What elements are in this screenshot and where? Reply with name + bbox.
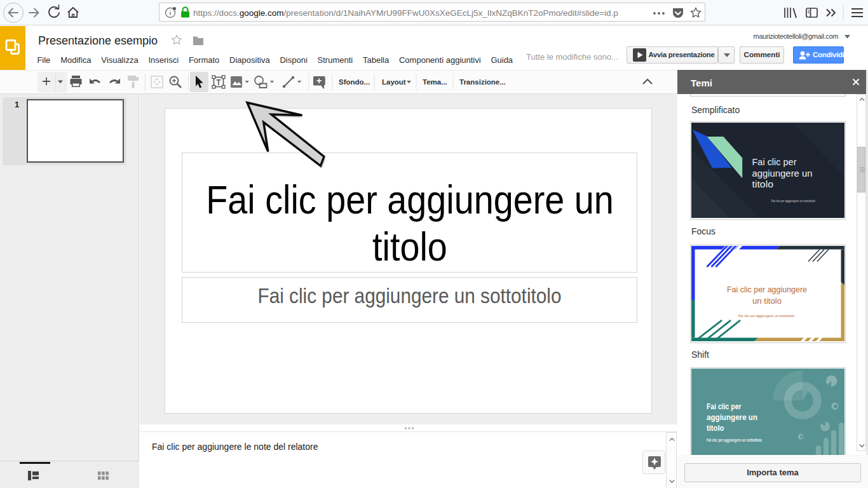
svg-text:aggiungere un: aggiungere un [752, 168, 813, 179]
svg-text:Fai clic per aggiungere un sot: Fai clic per aggiungere un sottotitolo [771, 199, 815, 203]
svg-text:Fai clic per aggiungere: Fai clic per aggiungere [727, 285, 807, 294]
svg-text:Fai clic per aggiungere un sot: Fai clic per aggiungere un sottotitolo [707, 438, 762, 443]
svg-text:Sfondo...: Sfondo... [339, 78, 370, 86]
svg-text:Fai clic per: Fai clic per [752, 157, 797, 167]
svg-text:aggiungere un: aggiungere un [707, 413, 757, 422]
svg-text:Transizione...: Transizione... [459, 78, 506, 86]
svg-text:Fai clic per aggiungere un sot: Fai clic per aggiungere un sottotitolo [738, 314, 794, 318]
svg-text:titolo: titolo [707, 424, 724, 433]
svg-text:un titolo: un titolo [752, 296, 782, 306]
svg-text:titolo: titolo [752, 179, 774, 189]
svg-text:Tema...: Tema... [423, 78, 447, 86]
svg-text:Fai clic per: Fai clic per [707, 402, 742, 411]
svg-text:Layout: Layout [382, 78, 406, 86]
